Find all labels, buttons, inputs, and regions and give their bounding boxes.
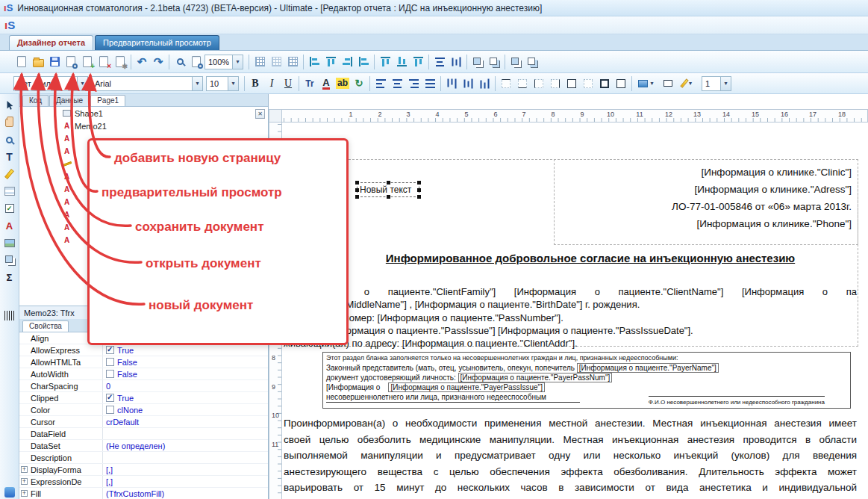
checkbox-checked-icon[interactable] xyxy=(106,394,114,402)
tab-data[interactable]: Данные xyxy=(49,95,90,106)
frame-rect-button[interactable] xyxy=(660,75,676,92)
frame-outer-button[interactable] xyxy=(596,75,613,92)
line-width-select[interactable]: 1▾ xyxy=(702,76,731,91)
text-color-button[interactable]: A xyxy=(318,75,334,92)
bold-button[interactable]: B xyxy=(247,75,263,92)
patient-data-memo[interactable]: [Информация о пациенте."ClientFamily"] [… xyxy=(284,285,857,350)
property-row[interactable]: AutoWidthFalse xyxy=(19,368,268,380)
chevron-down-icon[interactable]: ▾ xyxy=(192,77,202,90)
barcode-tool[interactable] xyxy=(1,307,18,323)
expand-icon[interactable]: + xyxy=(21,466,28,473)
chevron-down-icon[interactable]: ▾ xyxy=(77,77,87,90)
bring-to-front-button[interactable] xyxy=(469,54,486,70)
align-centers-button[interactable] xyxy=(322,54,339,70)
zoom-whole-button[interactable] xyxy=(188,54,204,70)
expand-icon[interactable]: + xyxy=(21,478,28,485)
align-middles-button[interactable] xyxy=(393,54,410,70)
center-horizontally-button[interactable] xyxy=(431,54,448,70)
property-row[interactable]: +ExpressionDe[,] xyxy=(19,476,268,488)
tab-code[interactable]: Код xyxy=(22,95,49,106)
checkbox-checked-icon[interactable] xyxy=(106,346,114,354)
hand-tool[interactable] xyxy=(1,114,18,131)
delete-page-button[interactable]: × xyxy=(96,54,112,70)
frame-top-button[interactable] xyxy=(498,75,514,92)
vertical-align-middle-button[interactable] xyxy=(460,75,476,92)
space-horizontally-button[interactable] xyxy=(355,54,372,70)
tab-report-designer[interactable]: Дизайнер отчета xyxy=(9,35,93,50)
grid-size-button[interactable] xyxy=(284,54,301,70)
clinic-info-memo[interactable]: [Информация о клинике."Clinic"] [Информа… xyxy=(554,159,858,245)
text-align-right-button[interactable] xyxy=(405,75,422,92)
close-panel-button[interactable]: ✕ xyxy=(255,109,265,119)
property-row[interactable]: ClippedTrue xyxy=(19,392,268,404)
add-page-button[interactable]: + xyxy=(79,54,96,70)
group-button[interactable] xyxy=(508,54,524,70)
property-row[interactable]: AllowExpressTrue xyxy=(19,344,268,356)
undo-button[interactable]: ↶ xyxy=(134,54,150,70)
select-tool[interactable] xyxy=(1,97,18,114)
chevron-down-icon[interactable]: ▾ xyxy=(232,55,243,69)
align-bottoms-button[interactable] xyxy=(410,54,426,70)
vertical-align-top-button[interactable] xyxy=(443,75,460,92)
text-object-tool[interactable]: A xyxy=(1,217,18,234)
frame-right-button[interactable] xyxy=(547,75,563,92)
send-to-back-button[interactable] xyxy=(486,54,502,70)
property-row[interactable]: ColorclNone xyxy=(19,404,268,416)
sum-tool[interactable]: Σ xyxy=(1,269,18,285)
frame-none-button[interactable] xyxy=(580,75,596,92)
expand-icon[interactable]: + xyxy=(21,490,28,497)
zoom-tool[interactable] xyxy=(1,131,18,148)
property-row[interactable]: Description xyxy=(19,452,268,464)
property-row[interactable]: DataSet(Не определен) xyxy=(19,440,268,452)
show-grid-button[interactable] xyxy=(252,54,268,70)
chevron-down-icon[interactable]: ▾ xyxy=(228,77,238,90)
rotate-text-button[interactable]: ↻ xyxy=(351,75,367,92)
frame-bottom-button[interactable] xyxy=(514,75,531,92)
line-color-button[interactable]: ▾ xyxy=(676,75,702,92)
text-edit-tool[interactable]: T xyxy=(1,149,18,165)
style-select[interactable]: Нет стиля▾ xyxy=(13,76,88,91)
property-row[interactable]: +Fill(TfrxCustomFill) xyxy=(19,488,268,499)
redo-button[interactable]: ↷ xyxy=(150,54,166,70)
tab-page1[interactable]: Page1 xyxy=(90,95,125,106)
text-align-justify-button[interactable] xyxy=(422,75,438,92)
checkbox-unchecked-icon[interactable] xyxy=(106,406,114,414)
frame-style-button[interactable] xyxy=(613,75,629,92)
new-text-memo[interactable]: Новый текст xyxy=(357,182,419,197)
tab-properties[interactable]: Свойства xyxy=(22,320,69,332)
font-select[interactable]: Arial▾ xyxy=(91,76,203,91)
italic-button[interactable]: I xyxy=(263,75,280,92)
align-to-grid-button[interactable] xyxy=(268,54,284,70)
font-size-select[interactable]: 10▾ xyxy=(206,76,239,91)
underline-button[interactable]: U xyxy=(280,75,296,92)
frame-left-button[interactable] xyxy=(531,75,547,92)
band-tool[interactable] xyxy=(1,183,18,199)
report-page[interactable]: [Информация о клинике."Clinic"] [Информа… xyxy=(282,123,868,499)
property-row[interactable]: CursorcrDefault xyxy=(19,416,268,428)
picture-tool[interactable] xyxy=(1,235,18,251)
property-row[interactable]: +DisplayForma[,] xyxy=(19,464,268,476)
frame-all-button[interactable] xyxy=(563,75,580,92)
font-settings-button[interactable]: Tr xyxy=(302,75,318,92)
format-copy-tool[interactable] xyxy=(1,166,18,182)
property-row[interactable]: DataField xyxy=(19,428,268,440)
zoom-page-button[interactable] xyxy=(172,54,188,70)
align-rights-button[interactable] xyxy=(339,54,355,70)
align-lefts-button[interactable] xyxy=(306,54,322,70)
checkbox-unchecked-icon[interactable] xyxy=(106,370,114,378)
zoom-select[interactable]: 100%▾ xyxy=(204,55,243,69)
checkbox-unchecked-icon[interactable] xyxy=(106,358,114,366)
consent-title-memo[interactable]: Информированное добровольное согласие на… xyxy=(322,252,858,264)
tree-item[interactable]: AMemo21 xyxy=(19,120,268,132)
align-tops-button[interactable] xyxy=(377,54,393,70)
text-align-left-button[interactable] xyxy=(372,75,389,92)
tree-item[interactable]: Shape1 xyxy=(19,107,268,120)
center-vertically-button[interactable] xyxy=(448,54,464,70)
preview-button[interactable] xyxy=(63,54,79,70)
save-report-button[interactable] xyxy=(46,54,63,70)
property-row[interactable]: AllowHTMLTaFalse xyxy=(19,356,268,368)
new-report-button[interactable] xyxy=(13,54,30,70)
minors-section-memo[interactable]: Этот раздел бланка заполняется только на… xyxy=(322,352,851,409)
tab-preview[interactable]: Предварительный просмотр xyxy=(95,35,219,50)
body-paragraph-memo[interactable]: Проинформирован(а) о необходимости приме… xyxy=(284,415,857,499)
